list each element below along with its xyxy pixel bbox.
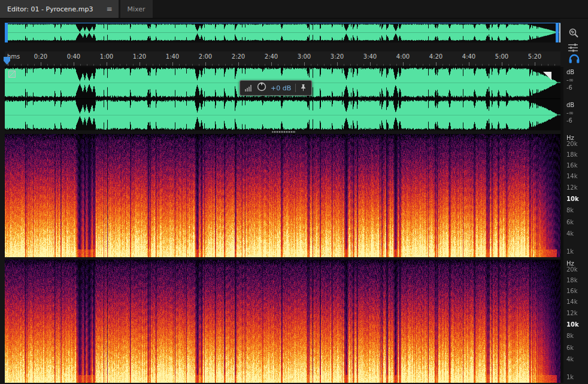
ruler-tick-label: 5:20 xyxy=(528,53,541,60)
spectrogram-canvas-ch1[interactable] xyxy=(5,134,560,257)
spectrogram-channel-1[interactable] xyxy=(5,134,560,257)
frequency-scale-ch1: Hz20k18k16k14k12k10k8k6k4k1k xyxy=(566,134,587,257)
ruler-tick-label: 1:00 xyxy=(100,53,113,60)
freq-tick-label: 4k xyxy=(566,230,574,237)
ruler-tick xyxy=(331,64,331,66)
zoom-icon[interactable] xyxy=(568,28,579,41)
volume-hud[interactable]: +0 dB xyxy=(240,80,312,96)
ruler-tick xyxy=(396,64,397,66)
freq-tick-label: 14k xyxy=(566,173,578,179)
ruler-tick-label: 1:40 xyxy=(166,53,179,60)
freq-tick-label: 1k xyxy=(566,374,574,380)
ruler-tick xyxy=(528,64,529,66)
ruler-tick xyxy=(271,62,272,66)
waveform-display[interactable]: +0 dB xyxy=(5,67,560,130)
ruler-tick xyxy=(317,64,318,66)
ruler-tick xyxy=(284,64,285,66)
ruler-tick xyxy=(28,64,28,66)
fade-out-handle-icon[interactable] xyxy=(543,72,551,80)
ruler-tick xyxy=(133,64,134,66)
spectrogram-canvas-ch2[interactable] xyxy=(5,260,560,383)
ruler-tick xyxy=(304,62,305,66)
ruler-tick xyxy=(324,64,325,66)
ruler-tick xyxy=(225,64,226,66)
ruler-tick xyxy=(357,64,357,66)
ruler-tick xyxy=(363,64,364,66)
overview-navigator[interactable] xyxy=(5,23,560,42)
overview-waveform-canvas[interactable] xyxy=(5,23,560,42)
freq-tick-label: 14k xyxy=(566,298,578,305)
ruler-tick xyxy=(383,64,384,66)
ruler-tick-label: 3:20 xyxy=(331,53,344,60)
freq-tick-label: 10k xyxy=(566,321,579,328)
panel-menu-icon[interactable]: ≡ xyxy=(100,0,118,18)
ruler-tick-label: 2:00 xyxy=(199,53,212,60)
ruler-tick xyxy=(449,64,450,66)
range-handle-left[interactable] xyxy=(5,23,8,42)
hud-divider xyxy=(295,84,296,92)
db-tick-label: -6 xyxy=(566,117,574,124)
ruler-tick xyxy=(172,62,173,66)
spectrogram-channel-2[interactable] xyxy=(5,260,560,383)
timeline-ruler[interactable]: hms 0:200:401:001:201:402:002:202:403:00… xyxy=(5,51,560,66)
ruler-tick xyxy=(522,64,522,66)
ruler-tick-label: 3:00 xyxy=(298,53,311,60)
ruler-tick xyxy=(436,62,437,66)
ruler-tick xyxy=(265,64,265,66)
ruler-tick xyxy=(14,64,15,66)
scrollbar-handle[interactable] xyxy=(272,131,296,133)
ruler-tick-label: 4:40 xyxy=(462,53,475,60)
ruler-tick-label: 2:20 xyxy=(232,53,245,60)
ruler-tick xyxy=(489,64,489,66)
freq-tick-label: 6k xyxy=(566,219,574,225)
ruler-tick xyxy=(541,64,542,66)
ruler-tick xyxy=(186,64,186,66)
pin-icon[interactable] xyxy=(300,83,307,94)
ruler-tick xyxy=(344,64,344,66)
tab-editor[interactable]: Editor: 01 - Pyrocene.mp3 xyxy=(0,0,100,18)
ruler-tick xyxy=(41,62,41,66)
ruler-tick xyxy=(205,62,206,66)
freq-tick-label: 10k xyxy=(566,196,579,202)
ruler-tick xyxy=(410,64,410,66)
db-unit-label: dB xyxy=(566,68,574,76)
ruler-tick xyxy=(456,64,456,66)
ruler-tick xyxy=(548,64,548,66)
range-end-marker xyxy=(559,23,560,42)
ruler-tick xyxy=(442,64,443,66)
tab-mixer[interactable]: Mixer xyxy=(120,0,153,18)
ruler-tick xyxy=(508,64,509,66)
ruler-tick xyxy=(502,62,502,66)
freq-tick-label: 18k xyxy=(566,277,578,284)
db-unit-label: dB xyxy=(566,101,574,109)
freq-tick-label: 18k xyxy=(566,151,578,158)
ruler-tick xyxy=(87,64,87,66)
ruler-tick xyxy=(350,64,351,66)
waveform-canvas[interactable] xyxy=(5,67,560,130)
ruler-tick xyxy=(34,64,35,66)
vertical-scrollbar[interactable] xyxy=(560,67,563,383)
ruler-tick xyxy=(429,64,430,66)
headphones-icon[interactable] xyxy=(568,53,580,66)
freq-tick-label: 1k xyxy=(566,248,574,255)
gain-knob[interactable] xyxy=(257,82,266,94)
ruler-tick xyxy=(238,62,239,66)
ruler-tick xyxy=(377,64,377,66)
ruler-tick xyxy=(311,64,311,66)
amplitude-scale-ch1: dB -∞ -6 xyxy=(566,68,574,92)
freq-tick-label: 6k xyxy=(566,345,574,351)
ruler-tick xyxy=(60,64,61,66)
range-handle-right[interactable] xyxy=(556,23,559,42)
playhead-marker[interactable] xyxy=(4,57,10,65)
ruler-tick xyxy=(113,64,114,66)
fade-in-handle-icon[interactable] xyxy=(8,71,16,78)
ruler-tick xyxy=(192,64,193,66)
ruler-tick xyxy=(67,64,68,66)
freq-tick-label: 12k xyxy=(566,310,578,316)
ruler-tick-label: 4:20 xyxy=(429,53,442,60)
ruler-tick xyxy=(258,64,259,66)
freq-tick-label: 20k xyxy=(566,266,578,273)
ruler-tick xyxy=(403,62,404,66)
ruler-tick xyxy=(140,62,140,66)
ruler-tick-label: 1:20 xyxy=(133,53,146,60)
